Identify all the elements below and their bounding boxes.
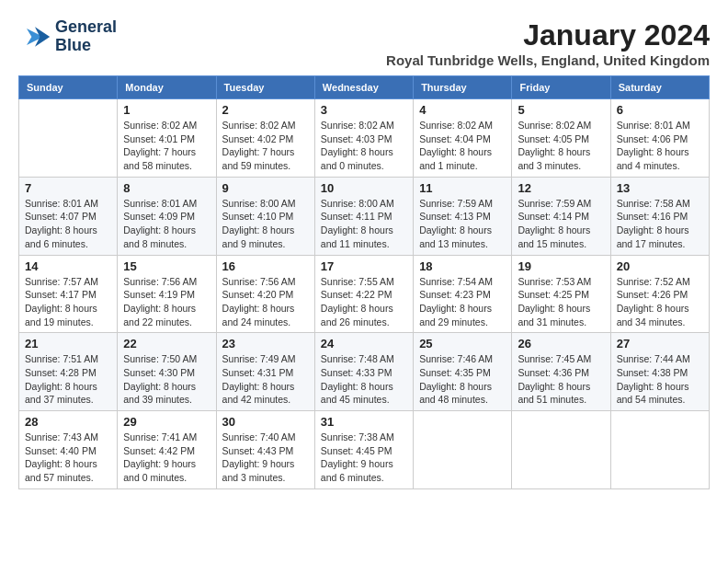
day-info: Sunrise: 7:53 AMSunset: 4:25 PMDaylight:… xyxy=(518,275,604,329)
day-number: 10 xyxy=(321,181,407,195)
calendar-cell: 26Sunrise: 7:45 AMSunset: 4:36 PMDayligh… xyxy=(512,333,610,411)
day-info: Sunrise: 7:57 AMSunset: 4:17 PMDaylight:… xyxy=(25,275,111,329)
day-number: 31 xyxy=(321,415,407,429)
calendar-header-row: SundayMondayTuesdayWednesdayThursdayFrid… xyxy=(19,76,710,99)
day-info: Sunrise: 7:54 AMSunset: 4:23 PMDaylight:… xyxy=(419,275,506,329)
day-number: 29 xyxy=(123,415,210,429)
calendar-table: SundayMondayTuesdayWednesdayThursdayFrid… xyxy=(18,75,710,489)
calendar-cell: 6Sunrise: 8:01 AMSunset: 4:06 PMDaylight… xyxy=(610,99,709,178)
day-number: 18 xyxy=(419,259,506,273)
calendar-cell: 5Sunrise: 8:02 AMSunset: 4:05 PMDaylight… xyxy=(512,99,610,178)
day-info: Sunrise: 8:02 AMSunset: 4:01 PMDaylight:… xyxy=(123,119,210,173)
calendar-cell: 31Sunrise: 7:38 AMSunset: 4:45 PMDayligh… xyxy=(314,411,413,489)
calendar-cell: 10Sunrise: 8:00 AMSunset: 4:11 PMDayligh… xyxy=(314,177,413,255)
calendar-cell: 25Sunrise: 7:46 AMSunset: 4:35 PMDayligh… xyxy=(414,333,512,411)
calendar-week-row: 28Sunrise: 7:43 AMSunset: 4:40 PMDayligh… xyxy=(19,411,710,489)
calendar-cell: 12Sunrise: 7:59 AMSunset: 4:14 PMDayligh… xyxy=(512,177,610,255)
month-title: January 2024 xyxy=(386,18,710,52)
day-number: 4 xyxy=(419,103,506,117)
day-number: 21 xyxy=(25,337,111,350)
day-info: Sunrise: 7:56 AMSunset: 4:20 PMDaylight:… xyxy=(222,275,309,329)
location: Royal Tunbridge Wells, England, United K… xyxy=(386,52,710,68)
calendar-cell: 15Sunrise: 7:56 AMSunset: 4:19 PMDayligh… xyxy=(118,255,216,333)
calendar-cell: 19Sunrise: 7:53 AMSunset: 4:25 PMDayligh… xyxy=(512,255,610,333)
calendar-week-row: 1Sunrise: 8:02 AMSunset: 4:01 PMDaylight… xyxy=(19,99,710,178)
day-info: Sunrise: 7:58 AMSunset: 4:16 PMDaylight:… xyxy=(617,197,703,251)
calendar-cell: 30Sunrise: 7:40 AMSunset: 4:43 PMDayligh… xyxy=(216,411,314,489)
day-number: 22 xyxy=(123,337,210,350)
logo-icon xyxy=(18,20,51,53)
calendar-cell xyxy=(19,99,118,178)
logo: General Blue xyxy=(18,18,117,55)
day-number: 7 xyxy=(25,181,111,195)
day-number: 11 xyxy=(419,181,506,195)
day-number: 25 xyxy=(419,337,506,350)
day-number: 16 xyxy=(222,259,309,273)
logo-text: General Blue xyxy=(55,18,117,55)
day-info: Sunrise: 7:44 AMSunset: 4:38 PMDaylight:… xyxy=(617,352,703,407)
day-info: Sunrise: 7:55 AMSunset: 4:22 PMDaylight:… xyxy=(321,275,407,329)
day-info: Sunrise: 7:41 AMSunset: 4:42 PMDaylight:… xyxy=(123,431,210,485)
day-info: Sunrise: 8:02 AMSunset: 4:04 PMDaylight:… xyxy=(419,119,506,173)
day-of-week-header: Monday xyxy=(118,76,216,99)
day-number: 9 xyxy=(222,181,309,195)
day-info: Sunrise: 7:50 AMSunset: 4:30 PMDaylight:… xyxy=(123,352,210,407)
day-number: 19 xyxy=(518,259,604,273)
day-number: 17 xyxy=(321,259,407,273)
calendar-cell xyxy=(414,411,512,489)
day-info: Sunrise: 7:59 AMSunset: 4:13 PMDaylight:… xyxy=(419,197,506,251)
calendar-cell: 7Sunrise: 8:01 AMSunset: 4:07 PMDaylight… xyxy=(19,177,118,255)
calendar-cell: 11Sunrise: 7:59 AMSunset: 4:13 PMDayligh… xyxy=(414,177,512,255)
day-info: Sunrise: 7:48 AMSunset: 4:33 PMDaylight:… xyxy=(321,352,407,407)
day-number: 8 xyxy=(123,181,210,195)
day-number: 27 xyxy=(617,337,703,350)
day-number: 26 xyxy=(518,337,604,350)
day-number: 15 xyxy=(123,259,210,273)
day-number: 12 xyxy=(518,181,604,195)
day-info: Sunrise: 7:45 AMSunset: 4:36 PMDaylight:… xyxy=(518,352,604,407)
day-number: 6 xyxy=(617,103,703,117)
day-of-week-header: Tuesday xyxy=(216,76,314,99)
day-info: Sunrise: 8:02 AMSunset: 4:03 PMDaylight:… xyxy=(321,119,407,173)
day-number: 24 xyxy=(321,337,407,350)
day-number: 13 xyxy=(617,181,703,195)
calendar-cell: 18Sunrise: 7:54 AMSunset: 4:23 PMDayligh… xyxy=(414,255,512,333)
calendar-cell xyxy=(512,411,610,489)
day-info: Sunrise: 8:02 AMSunset: 4:02 PMDaylight:… xyxy=(222,119,309,173)
calendar-cell: 21Sunrise: 7:51 AMSunset: 4:28 PMDayligh… xyxy=(19,333,118,411)
calendar-cell: 29Sunrise: 7:41 AMSunset: 4:42 PMDayligh… xyxy=(118,411,216,489)
calendar-cell: 2Sunrise: 8:02 AMSunset: 4:02 PMDaylight… xyxy=(216,99,314,178)
calendar-week-row: 14Sunrise: 7:57 AMSunset: 4:17 PMDayligh… xyxy=(19,255,710,333)
day-info: Sunrise: 8:01 AMSunset: 4:06 PMDaylight:… xyxy=(617,119,703,173)
day-of-week-header: Wednesday xyxy=(314,76,413,99)
calendar-cell: 23Sunrise: 7:49 AMSunset: 4:31 PMDayligh… xyxy=(216,333,314,411)
calendar-cell: 27Sunrise: 7:44 AMSunset: 4:38 PMDayligh… xyxy=(610,333,709,411)
day-info: Sunrise: 7:49 AMSunset: 4:31 PMDaylight:… xyxy=(222,352,309,407)
calendar-cell: 4Sunrise: 8:02 AMSunset: 4:04 PMDaylight… xyxy=(414,99,512,178)
day-info: Sunrise: 7:46 AMSunset: 4:35 PMDaylight:… xyxy=(419,352,506,407)
day-of-week-header: Friday xyxy=(512,76,610,99)
day-number: 2 xyxy=(222,103,309,117)
day-number: 28 xyxy=(25,415,111,429)
day-number: 20 xyxy=(617,259,703,273)
title-block: January 2024 Royal Tunbridge Wells, Engl… xyxy=(386,18,710,68)
calendar-cell: 13Sunrise: 7:58 AMSunset: 4:16 PMDayligh… xyxy=(610,177,709,255)
calendar-week-row: 21Sunrise: 7:51 AMSunset: 4:28 PMDayligh… xyxy=(19,333,710,411)
calendar-cell: 17Sunrise: 7:55 AMSunset: 4:22 PMDayligh… xyxy=(314,255,413,333)
calendar-cell: 3Sunrise: 8:02 AMSunset: 4:03 PMDaylight… xyxy=(314,99,413,178)
day-info: Sunrise: 7:51 AMSunset: 4:28 PMDaylight:… xyxy=(25,352,111,407)
calendar-cell: 28Sunrise: 7:43 AMSunset: 4:40 PMDayligh… xyxy=(19,411,118,489)
day-of-week-header: Thursday xyxy=(414,76,512,99)
day-info: Sunrise: 7:40 AMSunset: 4:43 PMDaylight:… xyxy=(222,431,309,485)
day-of-week-header: Sunday xyxy=(19,76,118,99)
day-info: Sunrise: 8:02 AMSunset: 4:05 PMDaylight:… xyxy=(518,119,604,173)
day-info: Sunrise: 7:43 AMSunset: 4:40 PMDaylight:… xyxy=(25,431,111,485)
day-info: Sunrise: 7:56 AMSunset: 4:19 PMDaylight:… xyxy=(123,275,210,329)
day-info: Sunrise: 7:52 AMSunset: 4:26 PMDaylight:… xyxy=(617,275,703,329)
calendar-cell: 22Sunrise: 7:50 AMSunset: 4:30 PMDayligh… xyxy=(118,333,216,411)
calendar-cell: 1Sunrise: 8:02 AMSunset: 4:01 PMDaylight… xyxy=(118,99,216,178)
day-number: 23 xyxy=(222,337,309,350)
calendar-cell: 14Sunrise: 7:57 AMSunset: 4:17 PMDayligh… xyxy=(19,255,118,333)
calendar-cell: 8Sunrise: 8:01 AMSunset: 4:09 PMDaylight… xyxy=(118,177,216,255)
day-info: Sunrise: 8:01 AMSunset: 4:09 PMDaylight:… xyxy=(123,197,210,251)
